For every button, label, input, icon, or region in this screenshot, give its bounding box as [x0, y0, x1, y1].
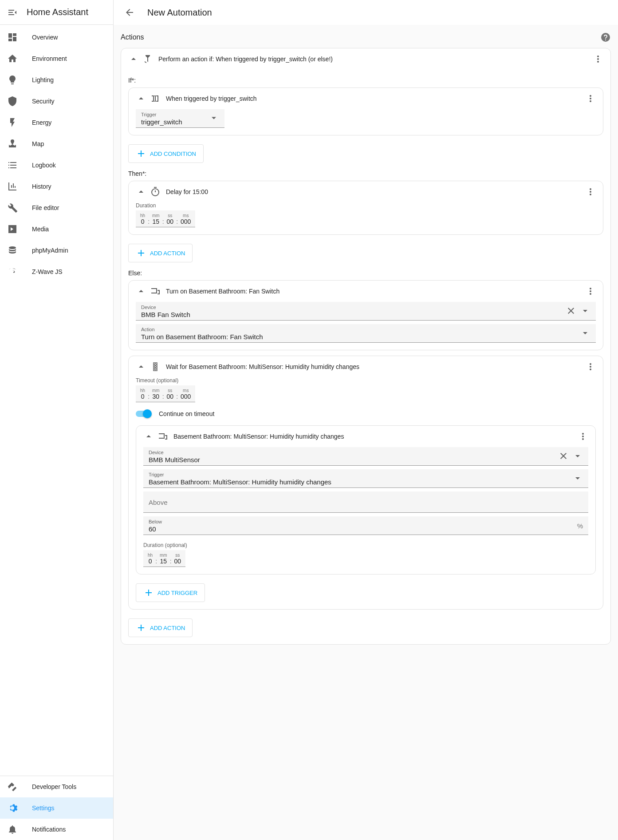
action-select[interactable]: Action Turn on Basement Bathroom: Fan Sw… [136, 324, 596, 343]
wait-card: Wait for Basement Bathroom: MultiSensor:… [128, 356, 603, 610]
dropdown-icon [209, 112, 219, 124]
home-icon [7, 53, 18, 64]
card-title: Basement Bathroom: MultiSensor: Humidity… [173, 433, 578, 440]
dropdown-icon [580, 328, 590, 340]
sidebar-item-label: Developer Tools [32, 783, 76, 790]
sidebar-item-phpmyadmin[interactable]: phpMyAdmin [0, 240, 113, 261]
sidebar-header: Home Assistant [0, 0, 113, 25]
back-button[interactable] [121, 4, 138, 21]
sidebar-item-label: History [32, 183, 51, 190]
duration-input[interactable]: hh0 : mm15 : ss00 [143, 550, 185, 567]
sidebar-item-label: File editor [32, 204, 59, 211]
more-icon[interactable] [585, 186, 596, 197]
more-icon[interactable] [578, 431, 588, 442]
sidebar-item-label: Environment [32, 55, 67, 62]
menu-collapse-icon[interactable] [7, 7, 18, 18]
duration-label: Duration (optional) [143, 542, 588, 548]
sidebar-item-lighting[interactable]: Lighting [0, 69, 113, 91]
device-select[interactable]: Device BMB Fan Switch [136, 302, 596, 321]
app-title: Home Assistant [27, 7, 88, 17]
sidebar-item-label: Energy [32, 119, 51, 126]
sidebar-item-label: Notifications [32, 826, 66, 833]
branch-icon [142, 54, 153, 64]
duration-input[interactable]: hh0 : mm15 : ss00 : ms000 [136, 210, 195, 227]
then-label: Then*: [128, 170, 603, 177]
sidebar-item-label: Lighting [32, 76, 54, 83]
sidebar-item-label: Security [32, 98, 55, 105]
dropdown-icon [572, 473, 583, 485]
chart-icon [7, 181, 18, 192]
collapse-icon[interactable] [136, 186, 146, 197]
field-value: trigger_switch [141, 118, 219, 126]
sidebar-item-label: Z-Wave JS [32, 268, 63, 275]
sidebar-item-file-editor[interactable]: File editor [0, 197, 113, 218]
card-title: Delay for 15:00 [166, 188, 585, 195]
sidebar: Home Assistant Overview Environment Ligh… [0, 0, 114, 840]
devices-icon [157, 431, 168, 442]
wrench-icon [7, 202, 18, 213]
dashboard-icon [7, 32, 18, 43]
humidity-trigger-card: Basement Bathroom: MultiSensor: Humidity… [136, 425, 596, 575]
database-icon [7, 245, 18, 256]
card-title: Wait for Basement Bathroom: MultiSensor:… [166, 363, 585, 370]
help-icon[interactable] [600, 32, 611, 43]
if-label: If*: [128, 77, 603, 84]
sidebar-item-devtools[interactable]: Developer Tools [0, 776, 113, 797]
sidebar-item-label: Map [32, 140, 44, 147]
sidebar-item-settings[interactable]: Settings [0, 797, 113, 819]
collapse-icon[interactable] [143, 431, 154, 442]
collapse-icon[interactable] [128, 54, 139, 64]
delay-card: Delay for 15:00 Duration hh0 : mm15 : [128, 181, 603, 235]
dropdown-icon [580, 305, 590, 317]
sidebar-item-overview[interactable]: Overview [0, 27, 113, 48]
sidebar-item-notifications[interactable]: Notifications [0, 819, 113, 840]
lightbulb-icon [7, 75, 18, 85]
add-trigger-button[interactable]: ADD TRIGGER [136, 583, 205, 602]
timeout-input[interactable]: hh0 : mm30 : ss00 : ms000 [136, 385, 195, 402]
sidebar-item-media[interactable]: Media [0, 218, 113, 240]
else-label: Else: [128, 269, 603, 277]
add-condition-button[interactable]: ADD CONDITION [128, 144, 204, 163]
trigger-id-icon [150, 93, 161, 104]
clear-icon[interactable] [566, 305, 576, 317]
sidebar-item-security[interactable]: Security [0, 91, 113, 112]
more-icon[interactable] [585, 93, 596, 104]
sidebar-bottom: Developer Tools Settings Notifications [0, 776, 113, 840]
map-icon [7, 139, 18, 149]
sidebar-item-map[interactable]: Map [0, 133, 113, 155]
timer-icon [150, 186, 161, 197]
sidebar-item-environment[interactable]: Environment [0, 48, 113, 69]
below-input[interactable]: Below 60 % [143, 516, 588, 535]
above-input[interactable]: Above [143, 491, 588, 513]
collapse-icon[interactable] [136, 361, 146, 372]
trigger-select[interactable]: Trigger trigger_switch [136, 109, 224, 128]
field-label: Trigger [141, 112, 219, 117]
toggle-label: Continue on timeout [159, 410, 214, 417]
sidebar-item-zwave[interactable]: Z-Wave JS [0, 261, 113, 282]
more-icon[interactable] [593, 54, 603, 64]
trigger-select[interactable]: Trigger Basement Bathroom: MultiSensor: … [143, 469, 588, 488]
section-header: Actions [121, 25, 611, 48]
more-icon[interactable] [585, 361, 596, 372]
devices-icon [150, 286, 161, 297]
sidebar-item-energy[interactable]: Energy [0, 112, 113, 133]
sidebar-item-logbook[interactable]: Logbook [0, 155, 113, 176]
condition-card: When triggered by trigger_switch Trigger… [128, 87, 603, 135]
flash-icon [7, 117, 18, 128]
collapse-icon[interactable] [136, 93, 146, 104]
collapse-icon[interactable] [136, 286, 146, 297]
play-icon [7, 224, 18, 234]
hammer-icon [7, 781, 18, 792]
more-icon[interactable] [585, 286, 596, 297]
device-select[interactable]: Device BMB MultiSensor [143, 447, 588, 466]
unit-suffix: % [577, 522, 583, 530]
add-action-button[interactable]: ADD ACTION [128, 244, 193, 262]
sidebar-item-history[interactable]: History [0, 176, 113, 197]
sidebar-item-label: Media [32, 226, 49, 233]
continue-toggle[interactable] [136, 409, 152, 418]
shield-icon [7, 96, 18, 107]
add-action-button[interactable]: ADD ACTION [128, 618, 193, 637]
clear-icon[interactable] [558, 451, 569, 463]
sidebar-item-label: phpMyAdmin [32, 247, 68, 254]
bell-icon [7, 824, 18, 835]
